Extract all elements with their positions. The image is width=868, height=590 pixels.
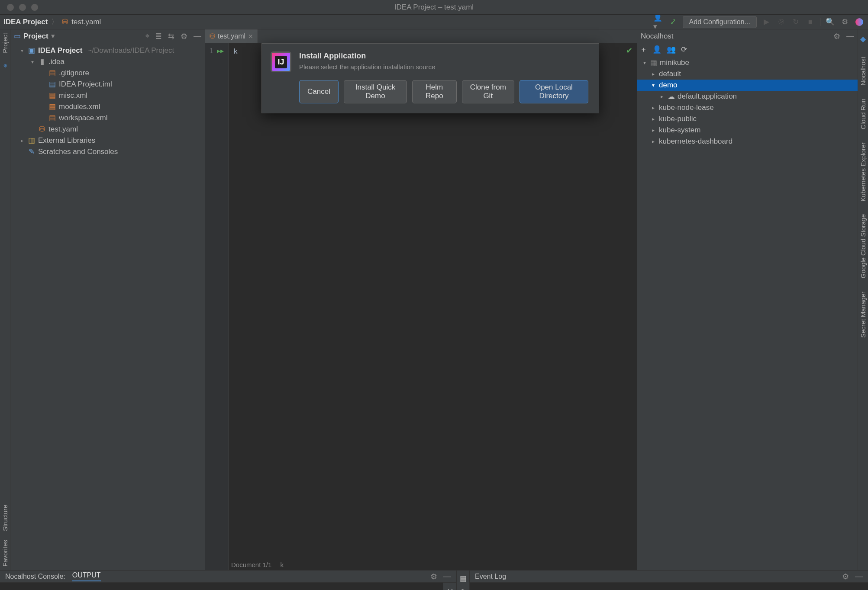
console-output-area[interactable] bbox=[0, 583, 443, 590]
locate-file-icon[interactable]: ⌖ bbox=[145, 32, 149, 41]
chevron-right-icon[interactable]: ▸ bbox=[19, 135, 25, 146]
users-icon[interactable]: 👥 bbox=[667, 45, 676, 54]
tree-file-misc[interactable]: ▤ misc.xml bbox=[10, 90, 205, 101]
nocalhost-rail-icon[interactable]: ◆ bbox=[860, 35, 866, 44]
window-controls[interactable] bbox=[0, 4, 38, 11]
expand-all-icon[interactable]: ≣ bbox=[155, 32, 162, 41]
console-panel-header: Nocalhost Console: OUTPUT ⚙ — bbox=[0, 571, 456, 583]
coverage-icon[interactable]: ↻ bbox=[791, 17, 801, 27]
chevron-right-icon[interactable]: ▸ bbox=[650, 105, 656, 111]
add-configuration-button[interactable]: Add Configuration... bbox=[683, 16, 757, 28]
eventlog-content[interactable] bbox=[470, 583, 868, 590]
structure-tool-tab[interactable]: Structure bbox=[1, 505, 9, 531]
editor-body[interactable]: 1 ▸▸ k ✔ IJ Install Application Please s… bbox=[205, 43, 637, 570]
chevron-down-icon[interactable]: ▾ bbox=[650, 82, 656, 88]
open-local-directory-button[interactable]: Open Local Directory bbox=[520, 80, 588, 103]
tree-project-root[interactable]: ▾ ▣ IDEA Project ~/Downloads/IDEA Projec… bbox=[10, 45, 205, 56]
install-application-dialog: IJ Install Application Please select the… bbox=[261, 43, 599, 113]
debug-icon[interactable]: ⧁ bbox=[776, 17, 786, 27]
cloudrun-tool-tab[interactable]: Cloud Run bbox=[859, 99, 867, 129]
hide-panel-icon[interactable]: — bbox=[443, 572, 451, 581]
run-icon[interactable]: ▶ bbox=[761, 17, 771, 27]
cluster-label: minikube bbox=[660, 58, 689, 67]
panel-settings-icon[interactable]: ⚙ bbox=[430, 572, 437, 581]
chevron-down-icon[interactable]: ▾ bbox=[642, 60, 648, 66]
chevron-down-icon[interactable]: ▾ bbox=[19, 45, 25, 56]
cancel-button[interactable]: Cancel bbox=[299, 80, 339, 103]
favorites-tool-tab[interactable]: Favorites bbox=[1, 540, 9, 567]
user-dropdown-icon[interactable]: 👤▾ bbox=[653, 17, 664, 27]
close-tab-icon[interactable]: ✕ bbox=[248, 33, 253, 40]
search-icon[interactable]: 🔍 bbox=[825, 17, 835, 27]
tree-file-iml[interactable]: ▤ IDEA Project.iml bbox=[10, 79, 205, 90]
hide-panel-icon[interactable]: — bbox=[194, 32, 201, 41]
namespace-default[interactable]: ▸ default bbox=[637, 68, 858, 80]
close-window-icon[interactable] bbox=[7, 4, 14, 11]
application-default[interactable]: ▸ ☁ default.application bbox=[637, 91, 858, 102]
run-gutter-icon[interactable]: ▸▸ bbox=[217, 47, 224, 55]
gcs-tool-tab[interactable]: Google Cloud Storage bbox=[859, 214, 867, 278]
soft-wrap-icon[interactable]: ↩ bbox=[447, 586, 453, 590]
project-tree[interactable]: ▾ ▣ IDEA Project ~/Downloads/IDEA Projec… bbox=[10, 43, 205, 159]
hide-panel-icon[interactable]: — bbox=[855, 572, 863, 581]
editor-gutter: 1 ▸▸ bbox=[205, 43, 229, 570]
panel-settings-icon[interactable]: ⚙ bbox=[181, 32, 187, 41]
tree-file-gitignore[interactable]: ▤ .gitignore bbox=[10, 67, 205, 79]
chevron-down-icon[interactable]: ▾ bbox=[29, 56, 35, 67]
kubernetes-tool-icon[interactable]: ⎈ bbox=[3, 62, 7, 69]
code-content[interactable]: k bbox=[229, 43, 637, 570]
install-quick-demo-button[interactable]: Install Quick Demo bbox=[344, 80, 407, 103]
project-panel-title[interactable]: Project bbox=[23, 32, 48, 41]
tree-scratches[interactable]: ✎ Scratches and Consoles bbox=[10, 146, 205, 157]
maximize-window-icon[interactable] bbox=[31, 4, 38, 11]
application-icon: ☁ bbox=[668, 92, 675, 101]
minimize-window-icon[interactable] bbox=[19, 4, 26, 11]
settings-gear-icon[interactable]: ⚙ bbox=[839, 17, 850, 27]
refresh-icon[interactable]: ⟳ bbox=[681, 45, 687, 54]
chevron-right-icon[interactable]: ▸ bbox=[659, 93, 665, 99]
tree-file-testyaml[interactable]: ⛁ test.yaml bbox=[10, 124, 205, 135]
user-icon[interactable]: 👤 bbox=[652, 45, 661, 54]
hide-panel-icon[interactable]: — bbox=[846, 32, 854, 41]
namespace-kube-public[interactable]: ▸ kube-public bbox=[637, 113, 858, 125]
panel-settings-icon[interactable]: ⚙ bbox=[842, 572, 849, 581]
chevron-right-icon[interactable]: ▸ bbox=[650, 116, 656, 122]
collapse-all-icon[interactable]: ⇆ bbox=[168, 32, 174, 41]
ide-logo-icon[interactable] bbox=[854, 17, 865, 27]
tree-file-modules[interactable]: ▤ modules.xml bbox=[10, 101, 205, 112]
filter-icon[interactable]: ▤ bbox=[460, 574, 467, 583]
namespace-kube-node-lease[interactable]: ▸ kube-node-lease bbox=[637, 102, 858, 113]
file-icon: ▤ bbox=[48, 112, 56, 124]
inspection-ok-icon[interactable]: ✔ bbox=[626, 46, 632, 55]
tree-file-workspace[interactable]: ▤ workspace.xml bbox=[10, 112, 205, 124]
namespace-kube-system[interactable]: ▸ kube-system bbox=[637, 125, 858, 136]
nocalhost-tree[interactable]: ▾ ▦ minikube ▸ default ▾ demo ▸ ☁ defaul… bbox=[637, 56, 858, 570]
project-tool-tab[interactable]: Project bbox=[1, 33, 9, 53]
helm-repo-button[interactable]: Helm Repo bbox=[412, 80, 457, 103]
namespace-kubernetes-dashboard[interactable]: ▸ kubernetes-dashboard bbox=[637, 136, 858, 147]
k8s-explorer-tool-tab[interactable]: Kubernetes Explorer bbox=[859, 142, 867, 202]
build-icon[interactable]: ⤦ bbox=[668, 17, 678, 27]
tree-idea-folder[interactable]: ▾ ▮ .idea bbox=[10, 56, 205, 67]
trash-icon[interactable]: 🗑 bbox=[459, 588, 467, 590]
nocalhost-tool-tab[interactable]: Nocalhost bbox=[859, 57, 867, 86]
svg-point-0 bbox=[855, 18, 863, 26]
secret-manager-tool-tab[interactable]: Secret Manager bbox=[859, 292, 867, 338]
cluster-minikube[interactable]: ▾ ▦ minikube bbox=[637, 57, 858, 68]
add-icon[interactable]: ＋ bbox=[640, 45, 647, 55]
chevron-right-icon[interactable]: ▸ bbox=[650, 138, 656, 144]
editor-tab-testyaml[interactable]: ⛁ test.yaml ✕ bbox=[205, 29, 258, 43]
breadcrumb-root[interactable]: IDEA Project bbox=[3, 18, 48, 26]
tree-external-libs[interactable]: ▸ ▥ External Libraries bbox=[10, 135, 205, 146]
chevron-right-icon[interactable]: ▸ bbox=[650, 127, 656, 133]
cluster-icon: ▦ bbox=[650, 58, 657, 67]
chevron-right-icon[interactable]: ▸ bbox=[650, 71, 656, 77]
panel-settings-icon[interactable]: ⚙ bbox=[833, 32, 840, 41]
namespace-demo[interactable]: ▾ demo bbox=[637, 80, 858, 91]
console-output-tab[interactable]: OUTPUT bbox=[72, 571, 101, 581]
stop-icon[interactable]: ■ bbox=[805, 17, 816, 27]
clone-from-git-button[interactable]: Clone from Git bbox=[462, 80, 514, 103]
project-view-dropdown-icon[interactable]: ▾ bbox=[51, 32, 55, 41]
nocalhost-panel-header: Nocalhost ⚙ — bbox=[637, 29, 858, 43]
breadcrumb-file[interactable]: test.yaml bbox=[71, 18, 101, 26]
